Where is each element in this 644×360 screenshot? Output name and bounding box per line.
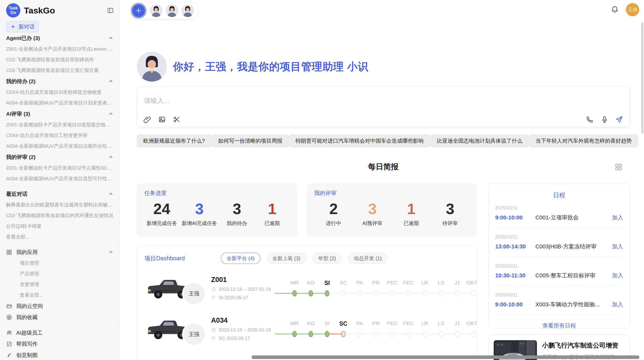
sidebar-conversation-item[interactable]: Z001-全新燃油轻卡产品开发项目SI节点属性5D文件评审 [6, 163, 114, 173]
join-meeting-link[interactable]: 加入 [612, 214, 623, 221]
dashboard-filter-tab[interactable]: 年型 (2) [312, 253, 342, 264]
join-meeting-link[interactable]: 加入 [612, 272, 623, 279]
sidebar-conversation-item[interactable]: 公司Q3轻卡销量 [6, 221, 114, 232]
sidebar-section-header[interactable]: 我的评审 (2) [6, 152, 114, 163]
milestone-dot-lr[interactable] [422, 290, 427, 296]
sidebar-conversation-item[interactable]: 查看全部... [6, 232, 114, 242]
milestone-dot-mr[interactable] [292, 290, 297, 296]
milestone-dot-fec[interactable] [406, 331, 411, 337]
project-row: 王强A0342023-12-19 ~ 2026-01-19SC-2025-05-… [144, 312, 469, 345]
microphone-icon[interactable] [601, 116, 608, 123]
milestone-dot-j1[interactable] [455, 331, 460, 337]
sidebar-conversation-item[interactable]: C02-飞腾新能源轻客改款项目的闭环通告反馈情况 [6, 210, 114, 221]
agent-avatar[interactable] [181, 4, 194, 17]
milestone-labels: MRKOSISCPAPRPECFECLRLSJ1OKTB [286, 320, 477, 327]
image-icon[interactable] [158, 116, 166, 123]
sidebar-section-title: 我的待办 (2) [6, 78, 36, 85]
join-meeting-link[interactable]: 加入 [612, 243, 623, 250]
sidebar-item-pen[interactable]: 创意制图 [6, 350, 114, 360]
stat-value: 3 [357, 201, 388, 217]
paperclip-icon[interactable] [143, 116, 151, 123]
briefing-layout-icon[interactable] [614, 163, 623, 171]
sidebar-app-label: 产品管理 [20, 271, 114, 277]
agent-avatar[interactable] [150, 4, 163, 17]
sidebar-conversation-item[interactable]: A034-全新新能源MUV产品开发项目计划变更表编写 [6, 98, 114, 108]
milestone-dot-fec[interactable] [406, 290, 411, 296]
sidebar-conversation-item[interactable]: Z001-全新燃油皮卡产品开发项目SI节点Lesson Learn报告 [6, 44, 114, 54]
notification-bell-icon[interactable] [611, 6, 619, 14]
sidebar-item-my-apps[interactable]: 我的应用 [6, 247, 114, 258]
milestone-label-pec: PEC [384, 320, 400, 327]
milestone-dot-pec[interactable] [390, 290, 394, 296]
milestone-dot-ko[interactable] [309, 331, 313, 337]
milestone-dot-j1[interactable] [455, 290, 460, 296]
milestone-dot-lr[interactable] [422, 331, 427, 337]
sidebar-section-header[interactable]: 最近对话 [6, 188, 114, 200]
dashboard-filter-tab[interactable]: 全新平台 (4) [221, 253, 260, 264]
sidebar-conversation-item[interactable]: C0X4-动力总成开发项目SI里程碑提交物检查 [6, 87, 114, 98]
vertical-scrollbar[interactable] [641, 22, 643, 134]
scissors-icon[interactable] [173, 116, 181, 123]
sidebar-app-item[interactable]: 变更管理 [6, 279, 114, 290]
chat-input[interactable] [143, 97, 624, 105]
sidebar-item-cloud[interactable]: 我的云空间 [6, 301, 114, 312]
milestone-dot-ls[interactable] [439, 290, 443, 296]
right-column: 日程 2025/03/119:00-10:00C001-立项审批会加入2025/… [488, 183, 630, 360]
sidebar-collapse-icon[interactable] [107, 7, 114, 14]
suggestion-chip[interactable]: 特朗普可能对进口汽车增税会对中国车企造成哪些影响 [289, 134, 430, 147]
dashboard-filter-tab[interactable]: 动总开发 (1) [348, 253, 388, 264]
project-dates: 2023-12-19 ~ 2026-01-19 [219, 327, 271, 333]
add-agent-button[interactable] [132, 4, 145, 17]
phone-icon[interactable] [586, 116, 594, 123]
suggestion-chip[interactable]: 比亚迪全固态电池计划具体说了什么 [430, 134, 529, 147]
sidebar-conversation-item[interactable]: Z001-全新燃油轻卡产品开发项目SI造型提交物评审 [6, 119, 114, 130]
sidebar-conversation-item[interactable]: C02-飞腾新能源轻客改款项目立项汇报方案 [6, 65, 114, 76]
sidebar-app-item[interactable]: 项目管理 [6, 258, 114, 268]
milestone-dot-sc[interactable] [341, 331, 346, 337]
milestone-dot-sc[interactable] [341, 290, 346, 296]
user-avatar[interactable]: 王强 [626, 3, 639, 16]
milestone-dot-si[interactable] [325, 290, 329, 296]
milestone-dot-pr[interactable] [374, 290, 378, 296]
stat-value: 24 [147, 201, 177, 217]
agent-avatar[interactable] [166, 4, 178, 17]
new-chat-button[interactable]: 新对话 [6, 21, 39, 33]
schedule-item-main: 13:00-14:30C003|H0B-方案冻结评审加入 [495, 243, 623, 257]
horizontal-scrollbar[interactable] [252, 355, 639, 359]
sidebar-item-star[interactable]: 我的收藏 [6, 312, 114, 323]
milestone-dot-mr[interactable] [292, 331, 297, 337]
view-all-schedule-link[interactable]: 查看所有日程 [495, 322, 623, 329]
milestone-dot-pa[interactable] [357, 290, 362, 296]
sidebar-item-label: 我的收藏 [16, 314, 114, 321]
sidebar-conversation-item[interactable]: C02-飞腾新能源轻客改款项目里程碑画布 [6, 54, 114, 65]
suggestion-chip[interactable]: 欧洲新规最近颁布了什么? [137, 134, 212, 147]
sidebar-conversation-item[interactable]: A034-全新新能源MUV产品开发项目造型可行性评审 [6, 173, 114, 184]
app-window: Task Go TaskGo 新对话 Agent已办 (3)Z001-全新燃油皮… [0, 0, 644, 360]
sidebar-section-header[interactable]: Agent已办 (3) [6, 33, 114, 44]
dashboard-filter-tab[interactable]: 全新上装 (3) [267, 253, 306, 264]
milestone-dot-oktb[interactable] [471, 331, 476, 337]
milestone-dot-oktb[interactable] [471, 290, 476, 296]
sidebar-conversation-item[interactable]: C0X4-动力总成开发项目工程变更评审 [6, 130, 114, 141]
sidebar-app-item[interactable]: 查看全部... [6, 290, 114, 301]
sidebar-conversation-item[interactable]: A034-全新新能源MUV产品开发项目法规符合性评审 [6, 141, 114, 152]
suggestion-chip[interactable]: 当下年轻人对汽车外观有怎样的喜好趋势 [529, 134, 638, 147]
logo-text-bottom: Go [10, 10, 16, 15]
milestone-dot-ko[interactable] [309, 290, 313, 296]
milestone-dot-ls[interactable] [439, 331, 443, 337]
sidebar-conversation-item[interactable]: 解释最新出台的欧盟报废车法规再生塑料比例被调至15%... [6, 200, 114, 210]
sidebar-item-people[interactable]: AI超级员工 [6, 327, 114, 338]
sidebar-section-header[interactable]: 我的待办 (2) [6, 76, 114, 87]
divider [0, 325, 120, 325]
chevron-up-icon [108, 111, 114, 117]
join-meeting-link[interactable]: 加入 [612, 301, 623, 308]
send-icon[interactable] [616, 116, 623, 123]
suggestion-chip[interactable]: 如何写一份清晰的项目周报 [212, 134, 289, 147]
milestone-dot-si[interactable] [325, 331, 329, 337]
sidebar-section-header[interactable]: AI评审 (3) [6, 108, 114, 119]
sidebar-app-item[interactable]: 产品管理 [6, 268, 114, 279]
milestone-dot-pr[interactable] [374, 331, 378, 337]
milestone-dot-pa[interactable] [357, 331, 362, 337]
milestone-dot-pec[interactable] [390, 331, 394, 337]
sidebar-item-write[interactable]: 帮我写作 [6, 338, 114, 350]
